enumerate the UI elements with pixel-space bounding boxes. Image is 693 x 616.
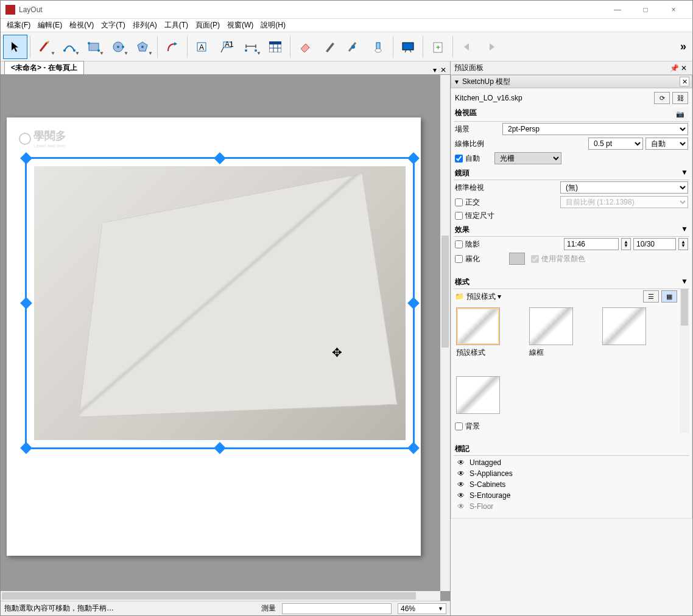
maximize-button[interactable]: □ — [631, 1, 660, 19]
circle-tool[interactable]: ▼ — [106, 35, 130, 59]
menu-page[interactable]: 頁面(P) — [192, 19, 223, 32]
section-close-icon[interactable]: ✕ — [680, 77, 689, 86]
preserve-checkbox[interactable] — [455, 212, 463, 220]
time-spinner[interactable]: ▲▼ — [621, 238, 631, 250]
rectangle-tool[interactable]: ▼ — [82, 35, 106, 59]
style-item[interactable]: 預設樣式 — [456, 307, 511, 358]
move-cursor-icon: ✥ — [332, 345, 342, 360]
resize-handle[interactable] — [407, 297, 420, 309]
dimension-tool[interactable]: ▼ — [239, 35, 263, 59]
menu-file[interactable]: 檔案(F) — [3, 19, 34, 32]
svg-point-19 — [375, 49, 381, 52]
add-page-button[interactable]: + — [426, 35, 450, 59]
tab-close-icon[interactable]: ✕ — [440, 66, 446, 74]
std-view-select[interactable]: (無) — [560, 181, 688, 194]
menu-help[interactable]: 說明(H) — [257, 19, 289, 32]
resize-handle[interactable] — [20, 152, 32, 164]
menu-view[interactable]: 檢視(V) — [66, 19, 97, 32]
eye-icon[interactable]: 👁 — [456, 491, 466, 500]
offset-tool[interactable] — [160, 35, 185, 59]
styles-scrollbar[interactable] — [680, 289, 689, 433]
tab-dropdown-icon[interactable]: ▾ — [433, 66, 437, 74]
table-tool[interactable] — [263, 35, 287, 59]
style-item[interactable] — [602, 307, 657, 358]
fog-color-swatch[interactable] — [509, 253, 525, 265]
line-scale-mode-select[interactable]: 自動 — [646, 138, 688, 150]
resize-handle[interactable] — [407, 152, 420, 164]
zoom-select[interactable]: 46%▼ — [398, 603, 446, 614]
horizontal-scrollbar[interactable] — [1, 591, 440, 601]
arc-tool[interactable]: ▼ — [57, 35, 82, 59]
camera-reset-icon[interactable]: 📷 — [672, 108, 688, 120]
prev-page-button[interactable] — [456, 35, 480, 59]
resize-handle[interactable] — [407, 442, 420, 454]
link-button[interactable]: ⛓ — [672, 92, 688, 104]
measure-input[interactable] — [282, 603, 392, 614]
menu-text[interactable]: 文字(T) — [97, 19, 128, 32]
document-tab[interactable]: <未命名> - 在每頁上 — [4, 61, 84, 74]
minimize-button[interactable]: — — [603, 1, 631, 19]
label-tool[interactable]: A1 — [214, 35, 239, 59]
select-tool[interactable] — [3, 35, 27, 59]
text-tool[interactable]: A — [190, 35, 214, 59]
next-page-button[interactable] — [480, 35, 504, 59]
refresh-button[interactable]: ⟳ — [654, 92, 670, 104]
render-mode-select[interactable]: 光柵 — [494, 152, 561, 164]
tag-row[interactable]: 👁S-Appliances — [456, 468, 687, 479]
toolbar-overflow[interactable]: » — [680, 40, 690, 53]
scene-select[interactable]: 2pt-Persp — [502, 123, 688, 135]
eye-icon[interactable]: 👁 — [456, 469, 466, 478]
panel-close-icon[interactable]: ✕ — [679, 64, 689, 72]
style-item[interactable] — [456, 376, 511, 416]
auto-label: 自動 — [465, 153, 480, 164]
menu-arrange[interactable]: 排列(A) — [129, 19, 161, 32]
list-view-icon[interactable]: ☰ — [643, 290, 659, 303]
eraser-tool[interactable] — [293, 35, 317, 59]
date-spinner[interactable]: ▲▼ — [678, 238, 688, 250]
split-tool[interactable] — [342, 35, 366, 59]
collapse-caret-icon[interactable]: ▼ — [681, 277, 688, 287]
close-button[interactable]: × — [660, 1, 688, 19]
eye-icon[interactable]: 👁 — [456, 480, 466, 489]
ortho-checkbox[interactable] — [455, 198, 463, 206]
style-picker-tool[interactable] — [317, 35, 342, 59]
menu-window[interactable]: 視窗(W) — [223, 19, 257, 32]
polygon-tool[interactable]: ▼ — [130, 35, 155, 59]
eye-icon[interactable]: 👁 — [456, 458, 466, 467]
menu-edit[interactable]: 編輯(E) — [34, 19, 66, 32]
shadow-time-input[interactable] — [564, 238, 619, 250]
pin-icon[interactable]: 📌 — [669, 64, 679, 72]
shadow-checkbox[interactable] — [455, 240, 463, 248]
resize-handle[interactable] — [20, 297, 32, 309]
page[interactable]: 學閱多 Learn and live! ✥ — [7, 117, 421, 556]
tag-row[interactable]: 👁Untagged — [456, 457, 687, 468]
line-tool[interactable]: ▼ — [33, 35, 57, 59]
panel-titlebar[interactable]: 預設面板 📌 ✕ — [451, 61, 692, 75]
presentation-tool[interactable] — [396, 35, 420, 59]
tag-row[interactable]: 👁S-Cabinets — [456, 479, 687, 490]
sketchup-viewport[interactable] — [34, 166, 406, 440]
collapse-caret-icon[interactable]: ▼ — [681, 168, 688, 178]
grid-view-icon[interactable]: ▦ — [661, 290, 677, 303]
selection-frame[interactable]: ✥ — [25, 157, 415, 449]
resize-handle[interactable] — [214, 442, 226, 454]
collapse-caret-icon[interactable]: ▼ — [681, 225, 688, 235]
tag-row[interactable]: 👁S-Entourage — [456, 490, 687, 501]
styles-dropdown[interactable]: 預設樣式 ▾ — [466, 292, 501, 302]
eye-icon[interactable]: 👁 — [456, 502, 466, 511]
shadow-date-input[interactable] — [633, 238, 676, 250]
resize-handle[interactable] — [20, 442, 32, 454]
watermark: 學閱多 Learn and live! — [19, 128, 66, 149]
vertical-scrollbar[interactable] — [440, 75, 450, 591]
style-item[interactable]: 線框 — [529, 307, 584, 358]
drawing-viewport[interactable]: 學閱多 Learn and live! ✥ — [1, 75, 440, 591]
line-scale-select[interactable]: 0.5 pt — [588, 138, 643, 150]
tag-row[interactable]: 👁S-Floor — [456, 501, 687, 512]
fog-checkbox[interactable] — [455, 255, 463, 263]
section-sketchup-model[interactable]: ▼ SketchUp 模型 ✕ — [451, 75, 692, 88]
background-checkbox[interactable] — [455, 422, 463, 430]
menu-tools[interactable]: 工具(T) — [161, 19, 192, 32]
resize-handle[interactable] — [214, 152, 226, 164]
join-tool[interactable] — [366, 35, 390, 59]
auto-checkbox[interactable] — [455, 155, 463, 163]
